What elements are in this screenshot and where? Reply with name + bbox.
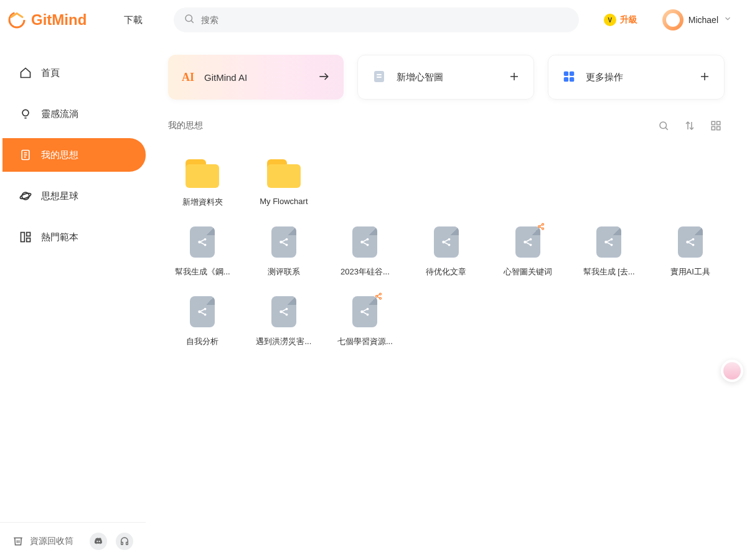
svg-line-77	[688, 243, 692, 245]
svg-point-3	[22, 110, 29, 116]
file-item[interactable]: 幫我生成《鋼...	[168, 226, 237, 278]
mindmap-file-icon	[271, 226, 296, 258]
file-item[interactable]: 遇到洪澇災害...	[250, 296, 319, 347]
svg-line-87	[282, 312, 286, 314]
discord-button[interactable]	[90, 533, 107, 550]
download-link[interactable]: 下載	[124, 14, 143, 26]
assistant-avatar-icon	[723, 362, 741, 380]
file-item[interactable]: 心智圖关键词	[493, 226, 562, 278]
mindmap-file-icon	[352, 226, 377, 258]
svg-line-96	[377, 294, 380, 296]
sidebar-item-label: 熱門範本	[41, 231, 78, 243]
mindmap-file-icon	[596, 226, 621, 258]
sidebar-item-my-thoughts[interactable]: 我的思想	[2, 138, 146, 172]
item-label: 新增資料夾	[182, 197, 223, 208]
svg-point-83	[280, 310, 283, 314]
svg-line-57	[444, 243, 448, 245]
sidebar-item-inspiration[interactable]: 靈感流淌	[2, 97, 146, 131]
file-item[interactable]: 待优化文章	[412, 226, 481, 278]
svg-line-72	[608, 243, 611, 245]
svg-point-95	[379, 297, 381, 299]
item-label: 實用AI工具	[670, 266, 710, 278]
search-icon	[184, 13, 195, 27]
plus-icon	[699, 71, 710, 84]
support-button[interactable]	[116, 533, 133, 550]
svg-point-43	[280, 241, 283, 244]
search-input[interactable]	[174, 7, 578, 32]
sidebar-item-label: 我的思想	[41, 149, 78, 161]
item-label: 七個學習資源...	[337, 336, 393, 347]
mindmap-icon	[372, 69, 387, 86]
svg-line-82	[201, 312, 205, 314]
svg-point-48	[361, 241, 364, 244]
svg-line-76	[688, 240, 692, 241]
mindmap-file-icon	[515, 226, 540, 258]
brand-logo[interactable]: GitMind	[7, 11, 87, 29]
username-label: Michael	[688, 15, 718, 25]
svg-rect-17	[126, 542, 128, 544]
sort-button[interactable]	[681, 117, 698, 134]
search-icon	[658, 120, 669, 131]
svg-point-63	[542, 223, 543, 225]
svg-point-38	[199, 241, 202, 244]
file-item[interactable]: 2023年硅谷...	[331, 226, 400, 278]
sidebar-item-label: 首頁	[41, 67, 60, 79]
svg-point-58	[524, 241, 527, 244]
trash-link[interactable]: 資源回收筒	[12, 535, 81, 548]
file-item[interactable]: 實用AI工具	[655, 226, 725, 278]
more-actions-card[interactable]: 更多操作	[548, 55, 725, 100]
svg-line-41	[201, 240, 205, 241]
sidebar: 首頁 靈感流淌 我的思想 思想星球 熱門範本 資源回收筒	[0, 40, 146, 560]
svg-point-10	[19, 192, 32, 200]
sidebar-item-planet[interactable]: 思想星球	[2, 179, 146, 213]
main-content: AI GitMind AI 新增心智圖 更多操作 我的思想	[146, 40, 747, 560]
sidebar-item-label: 思想星球	[41, 190, 78, 202]
svg-rect-36	[712, 127, 715, 130]
svg-rect-27	[570, 77, 574, 81]
assistant-floating-button[interactable]	[721, 360, 743, 382]
svg-point-73	[686, 241, 689, 244]
svg-point-64	[538, 226, 540, 228]
shared-badge-icon	[375, 292, 382, 302]
discord-icon	[93, 536, 103, 546]
headset-icon	[120, 536, 129, 546]
item-label: 幫我生成 [去...	[583, 266, 635, 278]
item-label: 幫我生成《鋼...	[175, 266, 230, 278]
svg-rect-37	[717, 127, 720, 130]
svg-rect-34	[712, 121, 715, 124]
sidebar-item-home[interactable]: 首頁	[2, 56, 146, 90]
mindmap-file-icon	[271, 296, 296, 327]
home-icon	[19, 66, 32, 80]
svg-point-1	[186, 15, 192, 22]
view-toggle-button[interactable]	[707, 117, 725, 134]
new-mindmap-label: 新增心智圖	[397, 72, 443, 83]
sidebar-item-templates[interactable]: 熱門範本	[2, 220, 146, 254]
svg-rect-20	[377, 74, 382, 75]
upgrade-badge-icon: V	[604, 14, 616, 26]
svg-line-71	[608, 240, 611, 241]
svg-rect-35	[717, 121, 720, 124]
svg-line-56	[444, 240, 448, 241]
mindmap-file-icon	[678, 226, 703, 258]
document-icon	[19, 148, 32, 162]
shared-badge-icon	[537, 223, 545, 232]
upgrade-button[interactable]: V 升級	[604, 14, 637, 26]
file-item[interactable]: 七個學習資源...	[331, 296, 400, 347]
user-menu[interactable]: Michael	[662, 9, 732, 30]
svg-rect-24	[564, 71, 568, 75]
item-label: 2023年硅谷...	[341, 266, 390, 278]
svg-point-88	[361, 310, 364, 314]
svg-line-46	[282, 240, 286, 241]
folder-item[interactable]: 新增資料夾	[168, 159, 237, 208]
file-item[interactable]: 幫我生成 [去...	[575, 226, 644, 278]
svg-line-42	[201, 243, 205, 245]
section-search-button[interactable]	[655, 117, 672, 134]
svg-rect-21	[377, 77, 382, 78]
file-item[interactable]: 自我分析	[168, 296, 237, 347]
more-actions-label: 更多操作	[586, 72, 623, 83]
file-item[interactable]: 测评联系	[250, 226, 319, 278]
gitmind-ai-card[interactable]: AI GitMind AI	[168, 55, 344, 100]
new-mindmap-card[interactable]: 新增心智圖	[357, 55, 534, 100]
folder-item[interactable]: My Flowchart	[250, 159, 319, 208]
apps-icon	[562, 70, 576, 85]
